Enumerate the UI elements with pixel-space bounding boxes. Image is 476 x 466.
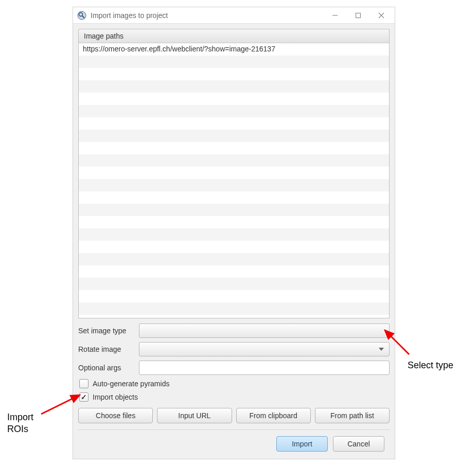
dialog-content: Image paths https://omero-server.epfl.ch… [73,24,395,459]
optional-args-row: Optional args [78,361,390,375]
list-item[interactable] [79,302,389,315]
set-image-type-combo[interactable] [139,324,390,338]
arrow-import-rois [39,391,85,417]
list-item[interactable] [79,56,389,68]
svg-line-7 [385,330,409,354]
app-icon [77,11,86,20]
list-item[interactable] [79,167,389,179]
auto-generate-pyramids-label: Auto-generate pyramids [93,380,169,388]
image-paths-header: Image paths [78,29,390,43]
choose-files-button[interactable]: Choose files [78,408,153,423]
annotation-import-rois-line1: Import [7,411,33,423]
dialog-footer: Import Cancel [78,429,390,459]
window-title: Import images to project [91,11,323,20]
list-item[interactable] [79,228,389,241]
import-dialog: Import images to project Image paths htt… [73,7,395,459]
optional-args-input[interactable] [139,361,390,375]
form-area: Set image type Rotate image Optional arg… [78,318,390,423]
rotate-image-combo[interactable] [139,342,390,356]
list-item[interactable] [79,241,389,253]
list-item[interactable] [79,179,389,191]
set-image-type-row: Set image type [78,324,390,338]
auto-generate-pyramids-checkbox[interactable] [79,379,89,388]
list-item[interactable] [79,68,389,80]
list-item[interactable] [79,130,389,142]
import-objects-row: Import objects [78,392,390,402]
close-button[interactable] [369,8,393,23]
list-item[interactable] [79,191,389,204]
import-objects-label: Import objects [93,393,138,401]
arrow-select-type [381,326,412,357]
list-item[interactable] [79,278,389,290]
svg-line-8 [41,395,80,414]
from-path-list-button[interactable]: From path list [315,408,390,423]
window-controls [323,8,393,23]
source-button-row: Choose files Input URL From clipboard Fr… [78,408,390,423]
svg-rect-4 [356,13,360,17]
optional-args-label: Optional args [78,364,136,372]
minimize-button[interactable] [323,8,346,23]
image-paths-list[interactable]: https://omero-server.epfl.ch/webclient/?… [78,43,390,318]
list-item[interactable] [79,80,389,93]
list-item[interactable] [79,105,389,117]
auto-generate-pyramids-row: Auto-generate pyramids [78,379,390,388]
rotate-image-row: Rotate image [78,342,390,356]
list-item[interactable] [79,290,389,302]
annotation-select-type: Select type [408,360,453,371]
rotate-image-label: Rotate image [78,345,136,353]
from-clipboard-button[interactable]: From clipboard [236,408,311,423]
input-url-button[interactable]: Input URL [157,408,232,423]
list-item[interactable] [79,265,389,278]
list-item[interactable] [79,93,389,105]
list-item[interactable] [79,142,389,154]
list-item[interactable] [79,117,389,130]
annotation-import-rois: Import ROIs [7,411,33,436]
list-item[interactable] [79,204,389,216]
cancel-button[interactable]: Cancel [333,436,384,452]
annotation-import-rois-line2: ROIs [7,423,33,435]
list-item[interactable]: https://omero-server.epfl.ch/webclient/?… [79,43,389,56]
list-item[interactable] [79,154,389,167]
maximize-button[interactable] [346,8,369,23]
set-image-type-label: Set image type [78,327,136,335]
list-item[interactable] [79,253,389,265]
titlebar: Import images to project [73,7,395,24]
list-item[interactable] [79,216,389,228]
import-button[interactable]: Import [276,436,328,452]
